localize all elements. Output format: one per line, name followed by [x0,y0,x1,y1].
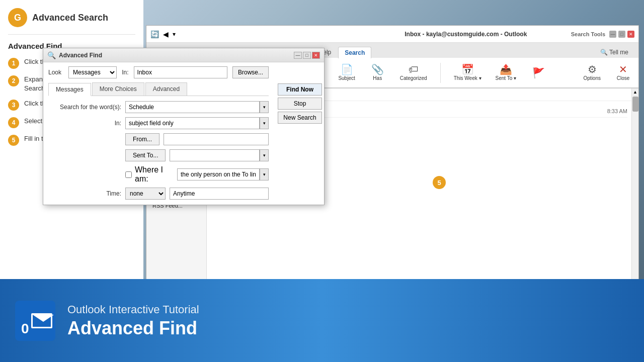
options-label: Options [584,75,601,81]
minimize-button[interactable]: — [609,31,616,38]
categorized-icon: 🏷 [409,64,419,74]
in-field-dropdown[interactable]: ▾ [260,117,269,129]
in-field-row: In: ▾ [48,117,269,129]
categorized-label: Categorized [400,75,427,81]
window-controls[interactable]: — □ ✕ [609,31,634,38]
dialog-maximize[interactable]: □ [303,52,311,59]
new-search-button[interactable]: New Search [278,112,322,124]
tab-tell-me[interactable]: 🔍 Tell me [594,47,634,58]
sent-to-icon: 📤 [500,64,512,74]
step-5-badge: 5 [433,176,446,189]
sent-to-dropdown[interactable]: ▾ [260,149,269,161]
step-2-number: 2 [8,75,19,86]
close-button[interactable]: ✕ [627,31,634,38]
dialog-form: Search for the word(s): ▾ In: ▾ [48,101,269,200]
from-button[interactable]: From... [125,133,159,145]
dialog-right-buttons: Find Now Stop New Search [274,79,324,205]
flag-icon: 🚩 [532,68,545,78]
this-week-icon: 📅 [461,64,474,74]
search-words-row: Search for the word(s): ▾ [48,101,269,113]
where-input[interactable] [177,168,260,180]
dialog-title-icon: 🔍 [47,51,56,59]
outlook-letter: 0 [21,321,29,337]
search-tools-label: Search Tools [571,31,605,37]
sent-to-row: Sent To... ▾ [48,149,269,161]
search-words-label: Search for the word(s): [48,104,121,111]
in-label: In: [122,69,128,76]
dialog-look-row: Look Messages In: Browse... [48,66,269,78]
in-field[interactable] [134,66,227,78]
has-label: Has [373,75,382,81]
tab-messages[interactable]: Messages [48,83,91,96]
sidebar-header: G Advanced Search [8,8,135,35]
logo-letter: G [14,13,21,23]
outlook-icon: 🔄 [150,30,159,38]
dialog-window-btns: — □ ✕ [294,52,320,59]
step-3-number: 3 [8,100,19,111]
close-ribbon-label: Close [617,75,630,81]
find-now-button[interactable]: Find Now [278,83,322,96]
this-week-label: This Week ▾ [454,75,481,81]
dialog-title-text: Advanced Find [59,52,102,59]
options-icon: ⚙ [588,64,597,74]
step-4-number: 4 [8,117,19,128]
dialog-close[interactable]: ✕ [312,52,320,59]
ribbon-categorized[interactable]: 🏷 Categorized [397,63,430,82]
stop-button[interactable]: Stop [278,98,322,110]
customguide-logo: G [8,8,27,27]
ribbon-this-week[interactable]: 📅 This Week ▾ [451,63,485,82]
from-row: From... [48,133,269,145]
time-label: Time: [48,190,121,197]
tab-search[interactable]: Search [338,47,371,58]
where-label: Where I am: [135,165,173,184]
look-label: Look [48,69,63,76]
search-words-dropdown[interactable]: ▾ [260,101,269,113]
ribbon-has[interactable]: 📎 Has [366,63,389,82]
dialog-title-left: 🔍 Advanced Find [47,51,102,59]
step-5-number: 5 [8,135,19,146]
where-row: Where I am: ▾ [48,165,269,184]
anytime-input[interactable] [170,188,269,200]
bottom-subtitle: Outlook Interactive Tutorial [67,303,199,316]
sent-to-input[interactable] [170,149,260,161]
look-select[interactable]: Messages [68,66,117,78]
dialog-left: Look Messages In: Browse... Messages Mor… [43,62,274,205]
dialog-minimize[interactable]: — [294,52,302,59]
ribbon-flag[interactable]: 🚩 [527,66,550,79]
ribbon-options[interactable]: ⚙ Options [581,63,604,82]
bottom-title: Advanced Find [67,318,199,338]
dialog-tabs: Messages More Choices Advanced [48,82,269,96]
tab-advanced[interactable]: Advanced [145,82,187,96]
search-words-input[interactable] [125,101,260,113]
sent-to-input-group: ▾ [170,149,269,161]
nav-back: ◀ [163,30,169,38]
maximize-button[interactable]: □ [618,31,625,38]
ribbon-close[interactable]: ✕ Close [612,63,634,82]
time-row: Time: none [48,188,269,200]
bottom-text: Outlook Interactive Tutorial Advanced Fi… [67,303,199,338]
step-1-number: 1 [8,58,19,69]
has-icon: 📎 [371,64,384,74]
tab-more-choices[interactable]: More Choices [92,82,144,96]
sidebar-title: Advanced Search [32,13,108,23]
search-words-input-group: ▾ [125,101,269,113]
bottom-bar: 0 Outlook Interactive Tutorial Advanced … [0,279,644,362]
dialog-main: Look Messages In: Browse... Messages Mor… [43,62,324,205]
from-input[interactable] [164,133,269,145]
nav-down: ▾ [173,31,176,38]
dialog-titlebar: 🔍 Advanced Find — □ ✕ [43,48,324,62]
sent-to-button[interactable]: Sent To... [125,149,166,161]
where-checkbox[interactable] [125,171,132,178]
browse-button[interactable]: Browse... [232,66,269,78]
time-select[interactable]: none [125,188,166,200]
where-dropdown[interactable]: ▾ [260,168,269,180]
where-checkbox-row: Where I am: [125,165,173,184]
subject-icon: 📄 [341,64,353,74]
in-field-label: In: [48,120,121,127]
outlook-envelope-icon [31,313,52,328]
outlook-icon-box: 0 [15,301,55,341]
subject-label: Subject [338,75,355,81]
ribbon-subject[interactable]: 📄 Subject [335,63,358,82]
ribbon-sent-to[interactable]: 📤 Sent To ▾ [493,63,520,82]
in-field-input[interactable] [125,117,260,129]
